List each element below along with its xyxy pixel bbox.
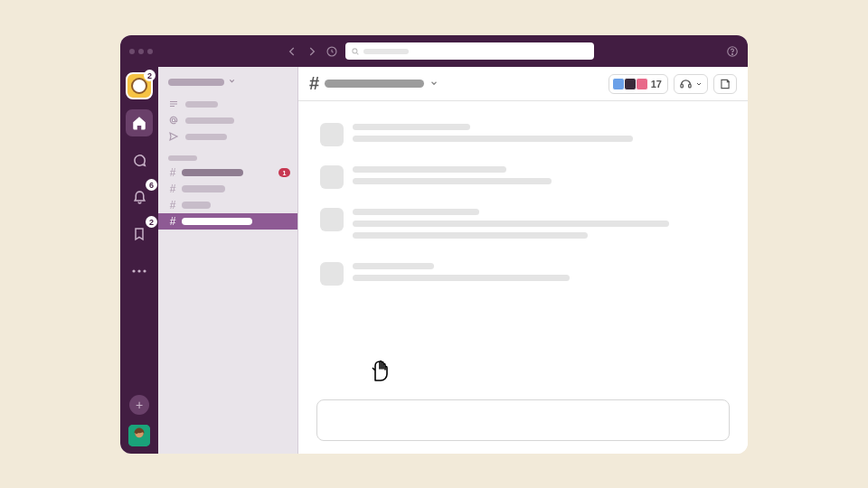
huddle-button[interactable]	[674, 74, 708, 94]
channel-item[interactable]: #	[158, 181, 297, 197]
workspace-rail: 2 6 2 +	[120, 67, 158, 454]
main-pane: # 17	[298, 67, 748, 454]
hash-icon: #	[168, 215, 177, 228]
channel-header: # 17	[298, 67, 748, 101]
message-feed	[298, 101, 748, 399]
message	[320, 208, 726, 244]
svg-point-5	[137, 269, 140, 272]
canvas-button[interactable]	[713, 74, 737, 94]
hash-icon: #	[168, 183, 177, 195]
channel-item[interactable]: #1	[158, 164, 297, 181]
help-button[interactable]	[726, 45, 739, 58]
hash-icon: #	[309, 73, 319, 94]
back-button[interactable]	[286, 45, 298, 58]
search-icon	[351, 47, 360, 56]
create-button[interactable]: +	[129, 395, 149, 415]
message-composer[interactable]	[316, 399, 730, 441]
channel-name[interactable]	[325, 80, 424, 88]
activity-badge: 6	[146, 179, 157, 191]
later-badge: 2	[146, 216, 157, 228]
traffic-lights[interactable]	[129, 49, 153, 54]
section-label	[168, 155, 197, 161]
workspace-badge: 2	[144, 70, 156, 81]
app-window: 2 6 2 +	[120, 35, 748, 454]
chevron-down-icon	[228, 77, 236, 87]
members-button[interactable]: 17	[609, 74, 668, 94]
user-avatar[interactable]	[128, 425, 150, 446]
hash-icon: #	[168, 166, 177, 179]
workspace-switcher[interactable]: 2	[126, 72, 153, 99]
svg-point-3	[732, 53, 733, 54]
channel-sidebar: #1###	[158, 67, 298, 454]
channel-item[interactable]: #	[158, 213, 297, 230]
sidebar-nav-item[interactable]	[158, 112, 297, 128]
hash-icon: #	[168, 199, 177, 211]
drafts-icon	[168, 131, 179, 142]
dms-button[interactable]	[126, 146, 153, 174]
message-avatar[interactable]	[320, 123, 344, 146]
sidebar-nav-item[interactable]	[158, 96, 297, 112]
threads-icon	[168, 99, 179, 109]
history-button[interactable]	[326, 45, 338, 58]
workspace-name[interactable]	[158, 72, 297, 96]
svg-point-4	[132, 269, 135, 272]
svg-point-1	[352, 48, 356, 52]
home-button[interactable]	[126, 109, 153, 136]
later-button[interactable]: 2	[126, 221, 153, 248]
search-placeholder	[363, 49, 409, 54]
message	[320, 123, 726, 147]
titlebar	[120, 35, 748, 67]
search-input[interactable]	[345, 42, 594, 60]
chevron-down-icon[interactable]	[429, 79, 439, 89]
forward-button[interactable]	[306, 45, 318, 58]
message-avatar[interactable]	[320, 262, 344, 286]
message-avatar[interactable]	[320, 165, 344, 189]
activity-button[interactable]: 6	[126, 183, 153, 211]
svg-rect-14	[681, 84, 684, 88]
message	[320, 165, 726, 190]
more-button[interactable]	[126, 258, 153, 285]
mention-badge: 1	[278, 168, 290, 177]
svg-point-6	[143, 269, 146, 272]
svg-rect-15	[689, 84, 692, 88]
message-avatar[interactable]	[320, 208, 344, 231]
message	[320, 262, 726, 286]
sidebar-nav-item[interactable]	[158, 128, 297, 145]
mentions-icon	[168, 115, 179, 126]
channel-item[interactable]: #	[158, 197, 297, 213]
member-count: 17	[651, 79, 662, 89]
